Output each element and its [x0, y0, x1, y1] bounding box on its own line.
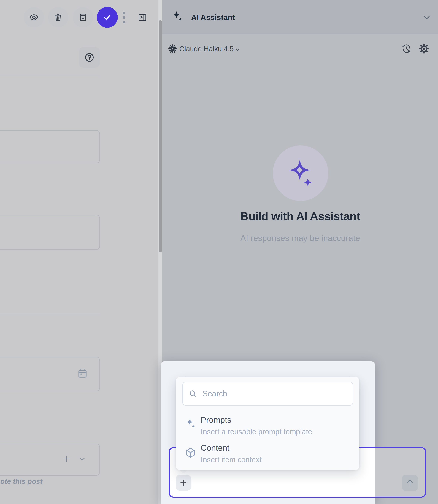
editor-panel: ote this post [0, 0, 162, 504]
attach-button[interactable] [176, 475, 191, 491]
check-icon [102, 12, 112, 22]
more-options-button[interactable] [120, 11, 129, 25]
scrollbar-thumb[interactable] [159, 20, 162, 252]
menu-item-description: Insert item context [201, 456, 262, 464]
trash-icon [54, 13, 63, 22]
search-icon [188, 389, 197, 398]
clear-history-button[interactable] [401, 43, 412, 54]
plus-icon [62, 454, 71, 464]
panel-title: AI Assistant [191, 13, 235, 22]
model-selector-label[interactable]: Claude Haiku 4.5 [179, 45, 234, 53]
archive-down-icon [78, 13, 88, 22]
settings-gear-icon [419, 44, 429, 54]
sparkle-icon [286, 158, 316, 189]
preview-button[interactable] [24, 7, 44, 27]
archive-button[interactable] [73, 7, 93, 27]
app-window: ote this post AI Assistant Claude Haiku … [0, 0, 438, 504]
menu-item-description: Insert a reusable prompt template [201, 428, 312, 436]
clear-history-icon [402, 44, 412, 54]
search-input[interactable] [183, 382, 353, 406]
chevron-down-icon [235, 46, 241, 53]
menu-item-title: Content [201, 443, 230, 453]
menu-item-prompts[interactable]: Prompts Insert a reusable prompt templat… [179, 413, 356, 438]
menu-item-title: Prompts [201, 415, 231, 424]
settings-button[interactable] [418, 43, 430, 54]
model-selector-chevron[interactable] [234, 46, 241, 53]
kebab-menu-icon [122, 11, 126, 24]
calendar-icon [77, 368, 88, 379]
add-item-button[interactable] [61, 453, 72, 464]
section-divider [0, 75, 100, 75]
expand-options-button[interactable] [77, 454, 88, 464]
section-divider [0, 314, 100, 314]
empty-state-title: Build with AI Assistant [179, 209, 421, 223]
calendar-picker-button[interactable] [76, 367, 89, 380]
claude-starburst-icon [167, 43, 178, 54]
help-button[interactable] [79, 47, 100, 68]
circle-question-icon [84, 52, 95, 63]
chevron-down-icon [422, 13, 431, 22]
panel-right-icon [137, 12, 147, 22]
delete-button[interactable] [48, 7, 68, 27]
text-field[interactable] [0, 215, 100, 250]
sparkle-icon [171, 10, 184, 24]
cube-icon [185, 447, 196, 458]
confirm-button[interactable] [97, 7, 118, 28]
arrow-up-icon [405, 479, 414, 487]
collapse-panel-button[interactable] [422, 12, 432, 23]
menu-item-content[interactable]: Content Insert item context [179, 441, 356, 466]
sparkle-icon [184, 418, 197, 431]
text-field[interactable] [0, 130, 100, 163]
chevron-down-icon [78, 455, 87, 463]
send-button[interactable] [402, 475, 418, 491]
eye-icon [29, 12, 39, 22]
promote-note-text: ote this post [0, 478, 43, 486]
empty-state-subtitle: AI responses may be inaccurate [179, 233, 421, 243]
plus-icon [179, 479, 188, 487]
toggle-panel-button[interactable] [137, 12, 148, 23]
